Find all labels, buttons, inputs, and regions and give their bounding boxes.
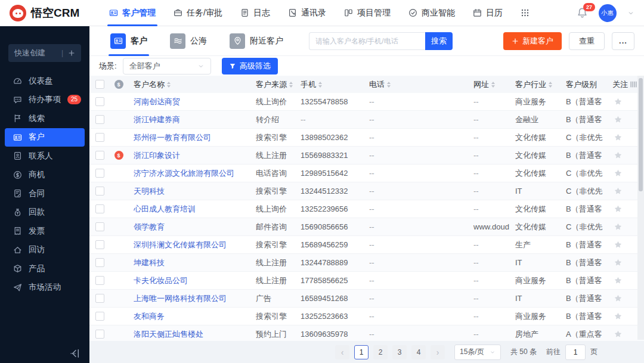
star-icon[interactable] bbox=[614, 187, 623, 196]
sidebar-item-receivables[interactable]: 回款 bbox=[5, 203, 85, 222]
star-icon[interactable] bbox=[614, 133, 623, 142]
row-checkbox[interactable] bbox=[95, 115, 104, 124]
sidebar-collapse-button[interactable] bbox=[69, 348, 80, 359]
scene-select[interactable]: 全部客户 bbox=[123, 58, 211, 75]
row-checkbox[interactable] bbox=[95, 187, 104, 196]
more-actions-button[interactable]: ... bbox=[612, 32, 634, 50]
customer-name-link[interactable]: 河南创达商贸 bbox=[134, 97, 250, 107]
customer-name-link[interactable]: 卡夫化妆品公司 bbox=[134, 275, 250, 286]
vertical-scrollbar[interactable] bbox=[637, 76, 644, 340]
search-button[interactable]: 搜索 bbox=[425, 32, 453, 50]
sidebar-item-leads[interactable]: 线索 bbox=[5, 109, 85, 128]
next-page-button[interactable]: › bbox=[431, 345, 445, 359]
nav-item-business-intelligence[interactable]: 商业智能 bbox=[400, 0, 464, 26]
sort-icon[interactable] bbox=[167, 82, 171, 88]
tab-public-sea[interactable]: 公海 bbox=[159, 26, 218, 56]
nav-item-address-book[interactable]: 通讯录 bbox=[279, 0, 335, 26]
tab-customer[interactable]: 客户 bbox=[99, 26, 159, 56]
sidebar-item-contract[interactable]: 合同 bbox=[5, 184, 85, 203]
customer-name-link[interactable]: 天明科技 bbox=[134, 186, 250, 197]
nav-item-calendar[interactable]: 日历 bbox=[464, 0, 512, 26]
nav-item-log[interactable]: 日志 bbox=[231, 0, 279, 26]
sidebar-item-contacts[interactable]: 联系人 bbox=[5, 147, 85, 166]
new-customer-button[interactable]: 新建客户 bbox=[503, 32, 562, 50]
sort-icon[interactable] bbox=[289, 82, 293, 88]
star-icon[interactable] bbox=[614, 258, 623, 267]
customer-name-link[interactable]: 上海唯一网络科技有限公司 bbox=[134, 293, 250, 304]
customer-name-link[interactable]: 坤建科技 bbox=[134, 257, 250, 268]
sort-icon[interactable] bbox=[387, 82, 391, 88]
quick-create-button[interactable]: 快速创建 | bbox=[8, 44, 81, 62]
customer-name-link[interactable]: 友和商务 bbox=[134, 311, 250, 322]
column-header-4[interactable]: 网址 bbox=[467, 79, 509, 90]
sort-icon[interactable] bbox=[549, 82, 552, 88]
page-size-select[interactable]: 15条/页 bbox=[454, 345, 501, 360]
customer-name-link[interactable]: 领学教育 bbox=[134, 222, 250, 232]
sidebar-item-product[interactable]: 产品 bbox=[5, 259, 85, 278]
goto-page-input[interactable] bbox=[565, 345, 586, 360]
column-header-1[interactable]: 客户来源 bbox=[250, 79, 295, 90]
star-icon[interactable] bbox=[614, 312, 623, 321]
column-header-2[interactable]: 手机 bbox=[295, 79, 363, 90]
row-checkbox[interactable] bbox=[95, 222, 104, 231]
row-checkbox[interactable] bbox=[95, 133, 104, 142]
avatar[interactable]: 小惠 bbox=[599, 4, 617, 22]
row-checkbox[interactable] bbox=[95, 151, 104, 160]
page-button-3[interactable]: 3 bbox=[392, 345, 407, 359]
row-checkbox[interactable] bbox=[95, 169, 104, 178]
plus-icon[interactable] bbox=[68, 49, 75, 57]
sidebar-item-invoice[interactable]: 发票 bbox=[5, 222, 85, 241]
row-checkbox[interactable] bbox=[95, 276, 104, 285]
customer-name-link[interactable]: 浙江钟建券商 bbox=[134, 114, 250, 125]
sort-icon[interactable] bbox=[491, 82, 495, 88]
sidebar-item-visit[interactable]: 回访 bbox=[5, 241, 85, 260]
row-checkbox[interactable] bbox=[95, 294, 104, 303]
customer-name-link[interactable]: 济宁济水源文化旅游有限公司 bbox=[134, 168, 250, 179]
page-button-1[interactable]: 1 bbox=[354, 345, 369, 359]
customer-name-link[interactable]: 心田成人教育培训 bbox=[134, 204, 250, 215]
sidebar-item-campaign[interactable]: 市场活动 bbox=[5, 278, 85, 297]
star-icon[interactable] bbox=[614, 151, 623, 160]
star-icon[interactable] bbox=[614, 97, 623, 106]
customer-name-link[interactable]: 郑州得一教育有限公司 bbox=[134, 132, 250, 143]
row-checkbox[interactable] bbox=[95, 258, 104, 267]
star-icon[interactable] bbox=[614, 294, 623, 303]
dedupe-button[interactable]: 查重 bbox=[569, 32, 605, 50]
apps-grid-button[interactable] bbox=[512, 0, 538, 26]
search-input[interactable] bbox=[309, 32, 425, 50]
column-header-5[interactable]: 客户行业 bbox=[509, 79, 560, 90]
star-icon[interactable] bbox=[614, 330, 623, 339]
column-header-0[interactable]: 客户名称 bbox=[128, 79, 250, 90]
star-icon[interactable] bbox=[614, 169, 623, 178]
advanced-filter-button[interactable]: 高级筛选 bbox=[222, 58, 278, 75]
page-button-2[interactable]: 2 bbox=[373, 345, 388, 359]
star-icon[interactable] bbox=[614, 240, 623, 249]
nav-item-customer-mgmt[interactable]: 客户管理 bbox=[100, 0, 165, 26]
user-menu-caret-icon[interactable] bbox=[627, 10, 634, 17]
star-icon[interactable] bbox=[614, 276, 623, 285]
star-icon[interactable] bbox=[614, 222, 623, 231]
customer-name-link[interactable]: 深圳抖澜文化传媒有限公司 bbox=[134, 240, 250, 250]
row-checkbox[interactable] bbox=[95, 204, 104, 213]
row-checkbox[interactable] bbox=[95, 312, 104, 321]
nav-item-project-mgmt[interactable]: 项目管理 bbox=[335, 0, 400, 26]
sort-icon[interactable] bbox=[318, 82, 322, 88]
sidebar-item-opportunity[interactable]: 商机 bbox=[5, 166, 85, 185]
sidebar-item-customer[interactable]: 客户 bbox=[5, 128, 85, 147]
star-icon[interactable] bbox=[614, 204, 623, 213]
prev-page-button[interactable]: ‹ bbox=[335, 345, 349, 359]
page-button-4[interactable]: 4 bbox=[411, 345, 426, 359]
customer-name-link[interactable]: 洛阳天侧正灿售楼处 bbox=[134, 329, 250, 340]
column-settings-icon[interactable] bbox=[630, 80, 637, 88]
select-all-checkbox[interactable] bbox=[95, 80, 104, 89]
customer-name-link[interactable]: 浙江印象设计 bbox=[134, 150, 250, 161]
notifications-button[interactable]: 27 bbox=[577, 7, 588, 18]
vscroll-thumb[interactable] bbox=[639, 78, 643, 191]
row-checkbox[interactable] bbox=[95, 330, 104, 339]
star-icon[interactable] bbox=[614, 115, 623, 124]
tab-nearby-customer[interactable]: 附近客户 bbox=[218, 26, 295, 56]
nav-item-task-approval[interactable]: 任务/审批 bbox=[165, 0, 231, 26]
row-checkbox[interactable] bbox=[95, 97, 104, 106]
sidebar-item-todo[interactable]: 待办事项25 bbox=[5, 91, 85, 110]
row-checkbox[interactable] bbox=[95, 240, 104, 249]
